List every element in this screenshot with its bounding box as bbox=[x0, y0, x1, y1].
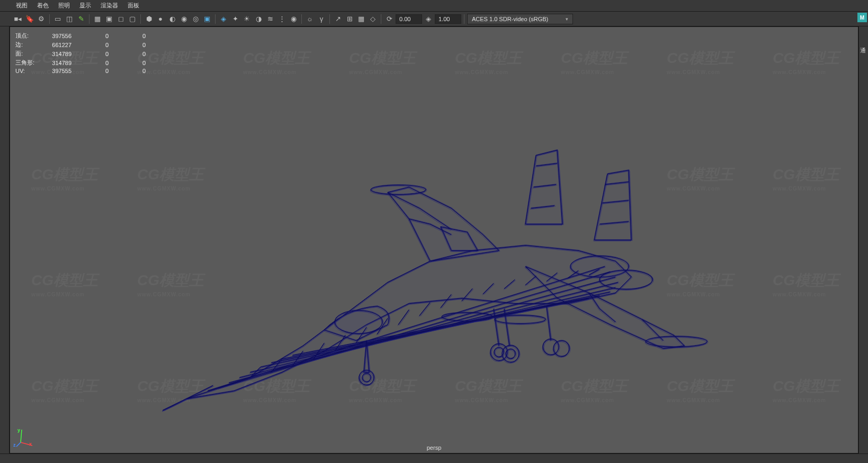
separator bbox=[215, 14, 216, 24]
grease-pencil-icon[interactable]: ✎ bbox=[76, 14, 86, 24]
menu-panels[interactable]: 面板 bbox=[128, 2, 139, 10]
separator bbox=[140, 14, 141, 24]
depth-of-field-icon[interactable]: ◉ bbox=[288, 14, 299, 24]
menu-shading[interactable]: 着色 bbox=[37, 2, 49, 10]
xray-joints-icon[interactable]: ✦ bbox=[230, 14, 240, 24]
separator bbox=[329, 14, 330, 24]
gamma-icon[interactable]: γ bbox=[316, 14, 327, 24]
axis-y-label: y bbox=[17, 428, 20, 433]
camera-settings-icon[interactable]: ⚙ bbox=[36, 14, 47, 24]
bookmark-icon[interactable]: 🔖 bbox=[24, 14, 35, 24]
snap-curve-icon[interactable]: ◇ bbox=[368, 14, 378, 24]
multisample-icon[interactable]: ⋮ bbox=[276, 14, 287, 24]
image-plane-icon[interactable]: ▭ bbox=[52, 14, 63, 24]
camera-name-label: persp bbox=[427, 444, 442, 451]
maya-logo-icon: M bbox=[857, 13, 867, 22]
panel-menu-bar[interactable]: 视图 着色 照明 显示 渲染器 面板 bbox=[0, 0, 868, 12]
refresh-icon[interactable]: ⟳ bbox=[384, 14, 395, 24]
watermark: CG模型王www.CGMXW.com bbox=[667, 48, 733, 75]
arrow-icon[interactable]: ↗ bbox=[333, 14, 343, 24]
right-dock[interactable]: 通 bbox=[858, 26, 868, 453]
separator bbox=[381, 14, 381, 24]
watermark: CG模型王www.CGMXW.com bbox=[773, 165, 839, 192]
smooth-shade-icon[interactable]: ● bbox=[155, 14, 166, 24]
exposure-icon[interactable]: ☼ bbox=[305, 14, 315, 24]
viewport-persp[interactable]: 顶点:39755600 边:66122700 面:31478900 三角形:31… bbox=[10, 26, 858, 453]
menu-show[interactable]: 显示 bbox=[79, 2, 91, 10]
axis-z-label: z bbox=[13, 442, 16, 448]
watermark: CG模型王www.CGMXW.com bbox=[773, 376, 839, 403]
separator bbox=[89, 14, 90, 24]
watermark: CG模型王www.CGMXW.com bbox=[31, 270, 98, 297]
resolution-gate-icon[interactable]: ◻ bbox=[115, 14, 126, 24]
watermark: CG模型王www.CGMXW.com bbox=[773, 270, 839, 297]
left-dock[interactable] bbox=[0, 26, 10, 453]
svg-line-16 bbox=[21, 430, 22, 442]
view-axis-gizmo[interactable]: x y z bbox=[15, 426, 37, 448]
panel-toolbar: ■◂ 🔖 ⚙ ▭ ◫ ✎ ▦ ▣ ◻ ▢ ⬢ ● ◐ ◉ ◎ ▣ ◈ ✦ ☀ ◑… bbox=[0, 12, 868, 26]
svg-line-17 bbox=[16, 442, 21, 447]
grid-icon[interactable]: ▦ bbox=[92, 14, 103, 24]
watermark: CG模型王www.CGMXW.com bbox=[773, 48, 839, 75]
xray-icon[interactable]: ◈ bbox=[218, 14, 229, 24]
color-management-dropdown[interactable]: ACES 1.0 SDR-video (sRGB) bbox=[467, 14, 573, 24]
menu-lighting[interactable]: 照明 bbox=[58, 2, 70, 10]
color-profile-label: ACES 1.0 SDR-video (sRGB) bbox=[472, 16, 548, 22]
select-camera-icon[interactable]: ■◂ bbox=[13, 14, 23, 24]
right-dock-label: 通 bbox=[859, 26, 867, 42]
model-wireframe-jet[interactable] bbox=[155, 102, 737, 430]
separator bbox=[464, 14, 464, 24]
textured-icon[interactable]: ◐ bbox=[167, 14, 177, 24]
watermark: CG模型王www.CGMXW.com bbox=[243, 48, 310, 75]
isolate-select-icon[interactable]: ▣ bbox=[202, 14, 212, 24]
poly-count-hud: 顶点:39755600 边:66122700 面:31478900 三角形:31… bbox=[15, 31, 152, 75]
motion-blur-icon[interactable]: ≋ bbox=[265, 14, 275, 24]
shadows-icon[interactable]: ◎ bbox=[190, 14, 201, 24]
wireframe-icon[interactable]: ⬢ bbox=[144, 14, 154, 24]
2d-pan-icon[interactable]: ◫ bbox=[64, 14, 75, 24]
keyframe-icon[interactable]: ◈ bbox=[423, 14, 434, 24]
axis-x-label: x bbox=[29, 441, 32, 447]
snap-icon[interactable]: ⊞ bbox=[344, 14, 355, 24]
menu-view[interactable]: 视图 bbox=[16, 2, 28, 10]
time-field-a[interactable]: 0.00 bbox=[396, 14, 422, 24]
watermark: CG模型王www.CGMXW.com bbox=[31, 165, 98, 192]
lights-icon[interactable]: ☀ bbox=[241, 14, 252, 24]
watermark: CG模型王www.CGMXW.com bbox=[455, 48, 522, 75]
ao-icon[interactable]: ◑ bbox=[253, 14, 264, 24]
watermark: CG模型王www.CGMXW.com bbox=[349, 48, 416, 75]
watermark: CG模型王www.CGMXW.com bbox=[561, 48, 628, 75]
separator bbox=[49, 14, 50, 24]
bottom-dock[interactable] bbox=[0, 453, 868, 463]
time-field-b[interactable]: 1.00 bbox=[435, 14, 461, 24]
use-all-lights-icon[interactable]: ◉ bbox=[178, 14, 189, 24]
gate-mask-icon[interactable]: ▢ bbox=[127, 14, 138, 24]
film-gate-icon[interactable]: ▣ bbox=[104, 14, 114, 24]
snap-grid-icon[interactable]: ▦ bbox=[356, 14, 366, 24]
watermark: CG模型王www.CGMXW.com bbox=[31, 376, 98, 403]
menu-renderer[interactable]: 渲染器 bbox=[101, 2, 118, 10]
separator bbox=[301, 14, 302, 24]
